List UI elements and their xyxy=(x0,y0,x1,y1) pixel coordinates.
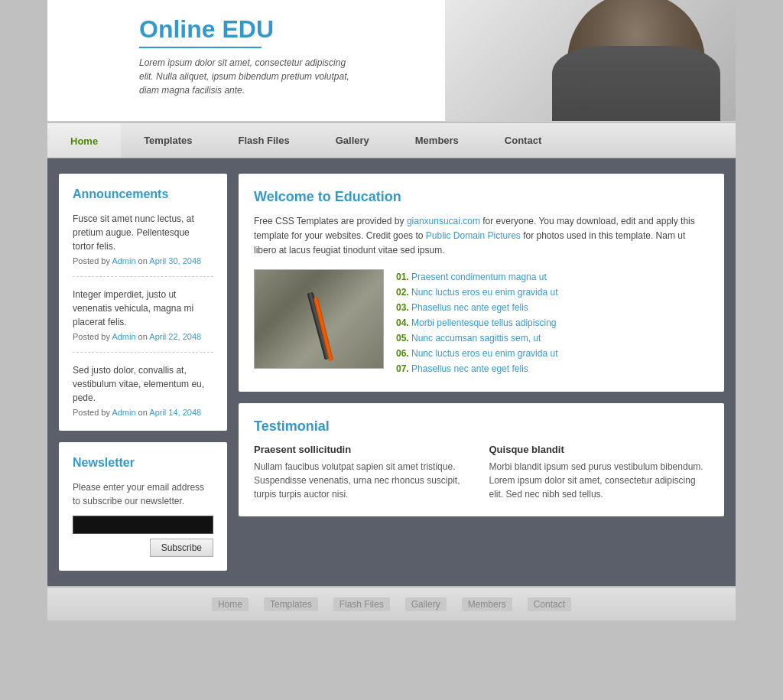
link-gianxunsucai[interactable]: gianxunsucai.com xyxy=(407,216,480,226)
newsletter-email-input[interactable] xyxy=(73,516,213,534)
testimonial-title: Testimonial xyxy=(254,418,709,435)
announcement-author-2[interactable]: Admin xyxy=(112,332,135,341)
announcement-text-2: Integer imperdiet, justo ut venenatis ve… xyxy=(73,288,213,329)
feature-item-2: 02. Nunc luctus eros eu enim gravida ut xyxy=(396,285,709,300)
testimonial-col-1: Praesent sollicitudin Nullam faucibus vo… xyxy=(254,444,474,501)
feature-num-3: 03. xyxy=(396,302,409,313)
announcement-author-1[interactable]: Admin xyxy=(112,256,135,265)
announcement-meta-3: Posted by Admin on April 14, 2048 xyxy=(73,408,213,417)
testimonial-inner: Praesent sollicitudin Nullam faucibus vo… xyxy=(254,444,709,501)
footer-link-members-a[interactable]: Members xyxy=(462,597,512,611)
navigation: Home Templates Flash Files Gallery Membe… xyxy=(47,122,736,158)
header: Online EDU Lorem ipsum dolor sit amet, c… xyxy=(47,0,736,122)
nav-item-contact[interactable]: Contact xyxy=(482,124,564,157)
nav-item-members[interactable]: Members xyxy=(392,124,482,157)
feature-item-5: 05. Nunc accumsan sagittis sem, ut xyxy=(396,330,709,346)
feature-text-5: Nunc accumsan sagittis sem, ut xyxy=(411,333,541,343)
footer-link-templates-a[interactable]: Templates xyxy=(264,597,318,611)
feature-item-3: 03. Phasellus nec ante eget felis xyxy=(396,300,709,315)
announcement-item-3: Sed justo dolor, convallis at, vestibulu… xyxy=(73,363,213,417)
announcement-text-3: Sed justo dolor, convallis at, vestibulu… xyxy=(73,363,213,405)
site-tagline: Lorem ipsum dolor sit amet, consectetur … xyxy=(139,56,349,97)
footer-link-gallery-a[interactable]: Gallery xyxy=(405,597,447,611)
newsletter-description: Please enter your email address to subsc… xyxy=(73,480,213,508)
feature-text-7: Phasellus nec ante eget felis xyxy=(411,363,528,374)
footer-link-flash-a[interactable]: Flash Files xyxy=(333,597,390,611)
welcome-intro: Free CSS Templates are provided by gianx… xyxy=(254,214,709,259)
nav-link-flash[interactable]: Flash Files xyxy=(215,124,312,157)
feature-num-5: 05. xyxy=(396,333,409,343)
feature-item-6: 06. Nunc luctus eros eu enim gravida ut xyxy=(396,346,709,361)
title-underline xyxy=(139,47,262,48)
welcome-title: Welcome to Education xyxy=(254,189,709,205)
footer-link-gallery[interactable]: Gallery xyxy=(405,598,447,610)
announcements-title: Announcements xyxy=(73,187,213,201)
testimonial-text-2: Morbi blandit ipsum sed purus vestibulum… xyxy=(489,460,710,501)
feature-num-6: 06. xyxy=(396,348,409,359)
link-public-domain[interactable]: Public Domain Pictures xyxy=(426,230,521,241)
footer-link-contact[interactable]: Contact xyxy=(528,598,571,610)
newsletter-title: Newsletter xyxy=(73,456,213,470)
site-title-plain: Online xyxy=(139,15,222,43)
announcement-meta-1: Posted by Admin on April 30, 2048 xyxy=(73,256,213,265)
welcome-inner: 01. Praesent condimentum magna ut 02. Nu… xyxy=(254,269,709,376)
feature-num-4: 04. xyxy=(396,317,409,328)
nav-item-home[interactable]: Home xyxy=(47,123,121,158)
testimonial-heading-1: Praesent sollicitudin xyxy=(254,444,474,455)
sidebar: Announcements Fusce sit amet nunc lectus… xyxy=(59,174,227,571)
announcement-date-1[interactable]: April 30, 2048 xyxy=(149,256,201,265)
content-wrapper: Announcements Fusce sit amet nunc lectus… xyxy=(47,158,736,586)
announcement-date-2[interactable]: April 22, 2048 xyxy=(149,332,201,341)
announcements-box: Announcements Fusce sit amet nunc lectus… xyxy=(59,174,227,431)
footer-links: Home Templates Flash Files Gallery Membe… xyxy=(212,598,571,610)
footer-link-home-a[interactable]: Home xyxy=(212,597,249,611)
site-title-bold: EDU xyxy=(222,15,274,43)
testimonial-text-1: Nullam faucibus volutpat sapien sit amet… xyxy=(254,460,474,501)
feature-item-7: 07. Phasellus nec ante eget felis xyxy=(396,361,709,376)
footer-inner: Home Templates Flash Files Gallery Membe… xyxy=(47,598,736,610)
footer-link-members[interactable]: Members xyxy=(462,598,512,610)
announcement-text-1: Fusce sit amet nunc lectus, at pretium a… xyxy=(73,212,213,253)
announcement-date-3[interactable]: April 14, 2048 xyxy=(149,408,201,417)
header-logo: Online EDU Lorem ipsum dolor sit amet, c… xyxy=(139,15,349,97)
nav-link-home[interactable]: Home xyxy=(47,123,121,158)
feature-text-2: Nunc luctus eros eu enim gravida ut xyxy=(411,287,557,298)
nav-link-gallery[interactable]: Gallery xyxy=(313,124,392,157)
feature-text-6: Nunc luctus eros eu enim gravida ut xyxy=(411,348,557,359)
footer-link-contact-a[interactable]: Contact xyxy=(528,597,571,611)
main-content: Welcome to Education Free CSS Templates … xyxy=(239,174,724,571)
testimonial-box: Testimonial Praesent sollicitudin Nullam… xyxy=(239,403,724,516)
feature-text-3: Phasellus nec ante eget felis xyxy=(411,302,528,313)
feature-item-1: 01. Praesent condimentum magna ut xyxy=(396,269,709,285)
testimonial-col-2: Quisque blandit Morbi blandit ipsum sed … xyxy=(489,444,710,501)
footer-link-templates[interactable]: Templates xyxy=(264,598,318,610)
nav-list: Home Templates Flash Files Gallery Membe… xyxy=(47,123,736,158)
footer-link-flash[interactable]: Flash Files xyxy=(333,598,390,610)
feature-num-2: 02. xyxy=(396,287,409,298)
site-title: Online EDU xyxy=(139,15,349,44)
feature-item-4: 04. Morbi pellentesque tellus adipiscing xyxy=(396,315,709,330)
footer: Home Templates Flash Files Gallery Membe… xyxy=(47,586,736,620)
header-image xyxy=(445,0,736,122)
newsletter-subscribe-button[interactable]: Subscribe xyxy=(150,539,213,557)
feature-num-1: 01. xyxy=(396,272,409,282)
nav-link-contact[interactable]: Contact xyxy=(482,124,564,157)
feature-num-7: 07. xyxy=(396,363,409,374)
newsletter-box: Newsletter Please enter your email addre… xyxy=(59,442,227,571)
announcement-meta-2: Posted by Admin on April 22, 2048 xyxy=(73,332,213,341)
footer-link-home[interactable]: Home xyxy=(212,598,249,610)
nav-link-members[interactable]: Members xyxy=(392,124,482,157)
feature-text-1: Praesent condimentum magna ut xyxy=(411,272,547,282)
announcement-item-2: Integer imperdiet, justo ut venenatis ve… xyxy=(73,288,213,353)
nav-item-flash[interactable]: Flash Files xyxy=(215,124,312,157)
welcome-box: Welcome to Education Free CSS Templates … xyxy=(239,174,724,392)
announcement-item-1: Fusce sit amet nunc lectus, at pretium a… xyxy=(73,212,213,277)
nav-item-templates[interactable]: Templates xyxy=(121,124,215,157)
testimonial-heading-2: Quisque blandit xyxy=(489,444,710,455)
feature-list: 01. Praesent condimentum magna ut 02. Nu… xyxy=(396,269,709,376)
nav-item-gallery[interactable]: Gallery xyxy=(313,124,392,157)
announcement-author-3[interactable]: Admin xyxy=(112,408,135,417)
book-image xyxy=(254,269,384,369)
feature-text-4: Morbi pellentesque tellus adipiscing xyxy=(411,317,556,328)
nav-link-templates[interactable]: Templates xyxy=(121,124,215,157)
